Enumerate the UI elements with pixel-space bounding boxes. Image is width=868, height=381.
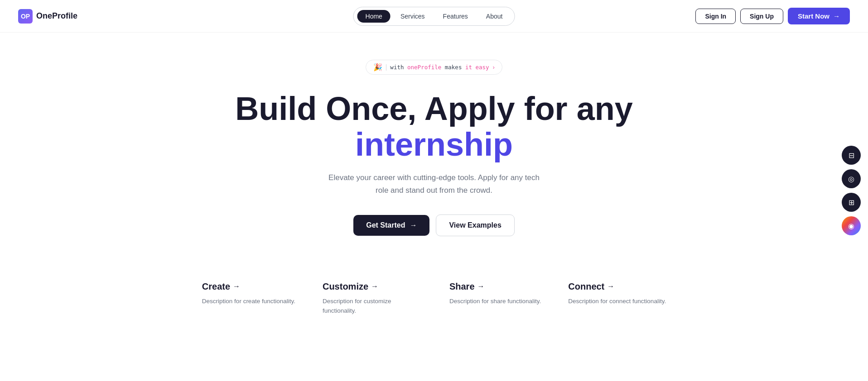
hero-section: 🎉 with oneProfile makes it easy › Build … <box>0 33 868 254</box>
feature-connect-desc: Description for connect functionality. <box>568 296 666 306</box>
feature-connect-title: Connect → <box>568 281 666 292</box>
feature-share-arrow-icon: → <box>477 282 485 291</box>
hero-title-highlight: internship <box>355 126 513 162</box>
start-now-label: Start Now <box>798 12 829 20</box>
feature-create-title: Create → <box>202 281 295 292</box>
hero-title-part1: Build Once, Apply for any <box>235 90 632 127</box>
badge-text: with oneProfile makes it easy <box>390 64 489 71</box>
hero-badge[interactable]: 🎉 with oneProfile makes it easy › <box>366 60 502 75</box>
feature-create-desc: Description for create functionality. <box>202 296 295 306</box>
signup-button[interactable]: Sign Up <box>740 9 783 24</box>
feature-customize-label: Customize <box>323 281 368 292</box>
get-started-button[interactable]: Get Started → <box>353 215 429 236</box>
nav-about[interactable]: About <box>478 10 511 23</box>
feature-customize: Customize → Description for customize fu… <box>323 281 422 316</box>
side-target-button[interactable]: ◎ <box>842 169 861 188</box>
side-icons-panel: ⊟ ◎ ⊞ ◉ <box>842 146 861 235</box>
feature-connect: Connect → Description for connect functi… <box>568 281 666 316</box>
navbar: OP OneProfile Home Services Features Abo… <box>0 0 868 33</box>
side-monitor-button[interactable]: ⊟ <box>842 146 861 165</box>
feature-share-title: Share → <box>449 281 541 292</box>
monitor-icon: ⊟ <box>849 151 854 160</box>
nav-links: Home Services Features About <box>353 7 515 26</box>
get-started-arrow-icon: → <box>410 221 417 229</box>
feature-customize-arrow-icon: → <box>371 282 378 291</box>
feature-connect-label: Connect <box>568 281 604 292</box>
rainbow-icon: ◉ <box>848 222 854 230</box>
nav-actions: Sign In Sign Up Start Now → <box>695 8 850 24</box>
feature-share-label: Share <box>449 281 475 292</box>
start-now-arrow-icon: → <box>833 12 840 20</box>
feature-customize-desc: Description for customize functionality. <box>323 296 422 316</box>
feature-share-desc: Description for share functionality. <box>449 296 541 306</box>
feature-create: Create → Description for create function… <box>202 281 295 316</box>
nav-services[interactable]: Services <box>392 10 433 23</box>
start-now-button[interactable]: Start Now → <box>788 8 850 24</box>
feature-create-arrow-icon: → <box>233 282 240 291</box>
nav-features[interactable]: Features <box>435 10 476 23</box>
target-icon: ◎ <box>848 175 854 183</box>
nav-home[interactable]: Home <box>357 10 391 23</box>
feature-create-label: Create <box>202 281 230 292</box>
feature-connect-arrow-icon: → <box>607 282 614 291</box>
feature-customize-title: Customize → <box>323 281 422 292</box>
brand-icon: OP <box>18 9 33 24</box>
signin-button[interactable]: Sign In <box>695 9 736 24</box>
view-examples-button[interactable]: View Examples <box>436 214 514 236</box>
brand: OP OneProfile <box>18 9 77 24</box>
badge-divider <box>386 64 386 71</box>
hero-buttons: Get Started → View Examples <box>353 214 515 236</box>
badge-arrow-icon: › <box>493 64 495 71</box>
get-started-label: Get Started <box>366 221 405 229</box>
grid-icon: ⊞ <box>849 198 854 207</box>
view-examples-label: View Examples <box>449 221 501 229</box>
side-grid-button[interactable]: ⊞ <box>842 193 861 212</box>
side-rainbow-button[interactable]: ◉ <box>842 216 861 235</box>
features-section: Create → Description for create function… <box>0 254 868 334</box>
brand-name: OneProfile <box>36 11 77 21</box>
hero-subtitle: Elevate your career with cutting-edge to… <box>325 171 543 196</box>
hero-title: Build Once, Apply for any internship <box>230 91 638 162</box>
feature-share: Share → Description for share functional… <box>449 281 541 316</box>
badge-emoji: 🎉 <box>373 63 382 71</box>
brand-icon-text: OP <box>21 13 30 20</box>
